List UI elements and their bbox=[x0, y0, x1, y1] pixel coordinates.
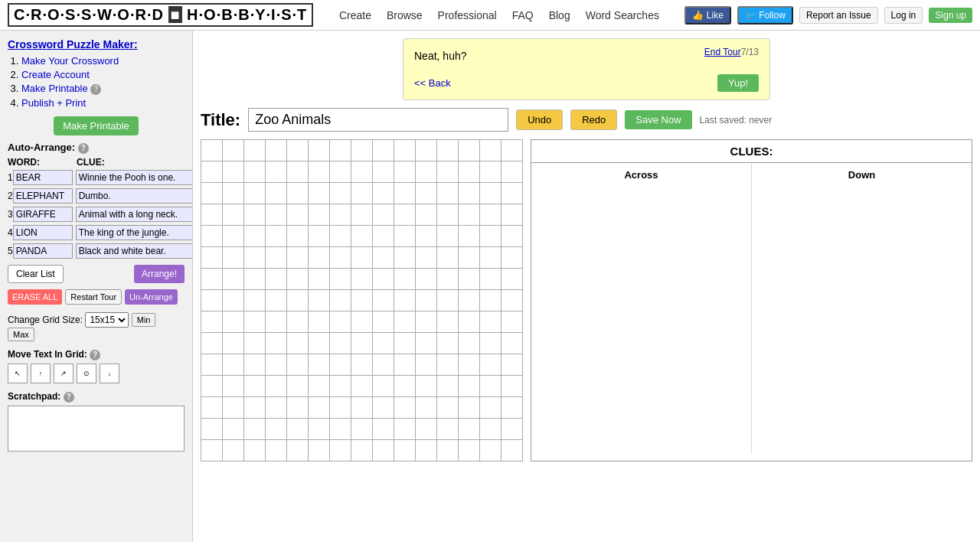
grid-cell[interactable] bbox=[309, 290, 330, 311]
grid-cell[interactable] bbox=[244, 226, 266, 247]
signup-button[interactable]: Sign up bbox=[929, 8, 972, 23]
grid-cell[interactable] bbox=[373, 269, 394, 290]
grid-cell[interactable] bbox=[244, 290, 266, 311]
grid-cell[interactable] bbox=[287, 290, 309, 311]
grid-cell[interactable] bbox=[223, 140, 244, 161]
grid-cell[interactable] bbox=[480, 183, 501, 204]
grid-cell[interactable] bbox=[266, 140, 287, 161]
grid-cell[interactable] bbox=[330, 440, 351, 461]
grid-cell[interactable] bbox=[330, 269, 351, 290]
nav-professional[interactable]: Professional bbox=[438, 9, 497, 21]
grid-cell[interactable] bbox=[351, 397, 373, 419]
grid-cell[interactable] bbox=[437, 161, 459, 183]
grid-cell[interactable] bbox=[201, 290, 223, 311]
clue-input-4[interactable] bbox=[76, 225, 193, 240]
grid-cell[interactable] bbox=[266, 226, 287, 247]
grid-cell[interactable] bbox=[223, 247, 244, 269]
grid-cell[interactable] bbox=[416, 290, 437, 311]
grid-cell[interactable] bbox=[373, 226, 394, 247]
title-input[interactable] bbox=[248, 108, 508, 132]
word-input-4[interactable] bbox=[13, 225, 73, 240]
grid-cell[interactable] bbox=[287, 226, 309, 247]
grid-cell[interactable] bbox=[501, 376, 523, 397]
step-2-link[interactable]: Create Account bbox=[21, 69, 90, 80]
grid-cell[interactable] bbox=[501, 290, 523, 311]
grid-cell[interactable] bbox=[330, 290, 351, 311]
grid-cell[interactable] bbox=[501, 140, 523, 161]
grid-cell[interactable] bbox=[394, 290, 416, 311]
arrange-button[interactable]: Arrange! bbox=[134, 265, 185, 283]
grid-cell[interactable] bbox=[244, 204, 266, 226]
grid-cell[interactable] bbox=[309, 226, 330, 247]
nav-word-searches[interactable]: Word Searches bbox=[586, 9, 659, 21]
grid-cell[interactable] bbox=[373, 311, 394, 333]
grid-cell[interactable] bbox=[480, 226, 501, 247]
grid-cell[interactable] bbox=[201, 440, 223, 461]
grid-cell[interactable] bbox=[244, 269, 266, 290]
grid-cell[interactable] bbox=[201, 354, 223, 376]
grid-cell[interactable] bbox=[459, 333, 480, 354]
crossword-grid[interactable] bbox=[201, 139, 523, 461]
grid-cell[interactable] bbox=[330, 376, 351, 397]
grid-cell[interactable] bbox=[223, 183, 244, 204]
yup-button[interactable]: Yup! bbox=[717, 74, 759, 92]
grid-cell[interactable] bbox=[287, 247, 309, 269]
nav-browse[interactable]: Browse bbox=[387, 9, 423, 21]
grid-cell[interactable] bbox=[330, 419, 351, 440]
nav-create[interactable]: Create bbox=[339, 9, 371, 21]
grid-cell[interactable] bbox=[351, 183, 373, 204]
grid-cell[interactable] bbox=[416, 161, 437, 183]
grid-cell[interactable] bbox=[437, 247, 459, 269]
grid-cell[interactable] bbox=[223, 226, 244, 247]
grid-cell[interactable] bbox=[244, 311, 266, 333]
grid-cell[interactable] bbox=[437, 376, 459, 397]
grid-cell[interactable] bbox=[287, 204, 309, 226]
grid-cell[interactable] bbox=[223, 311, 244, 333]
grid-cell[interactable] bbox=[351, 333, 373, 354]
clear-list-button[interactable]: Clear List bbox=[8, 265, 64, 283]
grid-cell[interactable] bbox=[287, 376, 309, 397]
grid-cell[interactable] bbox=[459, 183, 480, 204]
grid-cell[interactable] bbox=[501, 354, 523, 376]
grid-cell[interactable] bbox=[373, 397, 394, 419]
grid-cell[interactable] bbox=[330, 226, 351, 247]
grid-cell[interactable] bbox=[480, 204, 501, 226]
grid-cell[interactable] bbox=[201, 397, 223, 419]
grid-cell[interactable] bbox=[416, 440, 437, 461]
grid-cell[interactable] bbox=[416, 183, 437, 204]
grid-cell[interactable] bbox=[394, 440, 416, 461]
grid-cell[interactable] bbox=[201, 161, 223, 183]
grid-cell[interactable] bbox=[309, 311, 330, 333]
grid-cell[interactable] bbox=[223, 397, 244, 419]
grid-cell[interactable] bbox=[459, 419, 480, 440]
step-3-help-icon[interactable]: ? bbox=[90, 84, 101, 95]
grid-cell[interactable] bbox=[287, 354, 309, 376]
grid-cell[interactable] bbox=[351, 204, 373, 226]
grid-cell[interactable] bbox=[394, 397, 416, 419]
grid-cell[interactable] bbox=[416, 247, 437, 269]
grid-cell[interactable] bbox=[480, 161, 501, 183]
grid-cell[interactable] bbox=[223, 376, 244, 397]
grid-cell[interactable] bbox=[373, 204, 394, 226]
grid-cell[interactable] bbox=[459, 397, 480, 419]
grid-cell[interactable] bbox=[309, 183, 330, 204]
grid-cell[interactable] bbox=[330, 354, 351, 376]
grid-cell[interactable] bbox=[201, 183, 223, 204]
grid-cell[interactable] bbox=[244, 161, 266, 183]
clue-input-5[interactable] bbox=[76, 243, 193, 259]
login-button[interactable]: Log in bbox=[884, 7, 923, 24]
grid-cell[interactable] bbox=[437, 354, 459, 376]
grid-cell[interactable] bbox=[394, 333, 416, 354]
nav-blog[interactable]: Blog bbox=[549, 9, 570, 21]
grid-cell[interactable] bbox=[244, 376, 266, 397]
grid-cell[interactable] bbox=[244, 333, 266, 354]
grid-cell[interactable] bbox=[416, 204, 437, 226]
grid-cell[interactable] bbox=[394, 204, 416, 226]
grid-cell[interactable] bbox=[416, 269, 437, 290]
grid-cell[interactable] bbox=[501, 269, 523, 290]
grid-cell[interactable] bbox=[394, 161, 416, 183]
undo-button[interactable]: Undo bbox=[516, 109, 563, 130]
grid-cell[interactable] bbox=[480, 269, 501, 290]
grid-cell[interactable] bbox=[373, 290, 394, 311]
grid-cell[interactable] bbox=[373, 183, 394, 204]
